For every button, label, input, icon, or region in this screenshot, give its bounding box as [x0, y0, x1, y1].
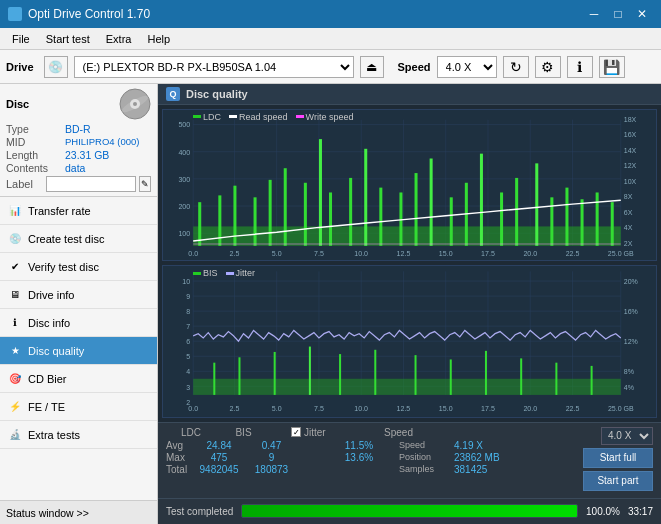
drive-label: Drive — [6, 61, 34, 73]
eject-button[interactable]: ⏏ — [360, 56, 384, 78]
svg-text:22.5: 22.5 — [566, 404, 580, 413]
content-icon: Q — [166, 87, 180, 101]
menu-file[interactable]: File — [4, 31, 38, 47]
sidebar: Disc Type BD-R MID PHILIPRO4 (000) Lengt… — [0, 84, 158, 524]
svg-text:3: 3 — [186, 382, 190, 391]
write-legend-dot — [296, 115, 304, 118]
total-ldc: 9482045 — [194, 464, 244, 475]
progress-bar-fill — [242, 505, 577, 517]
label-label: Label — [6, 178, 43, 190]
max-ldc: 475 — [194, 452, 244, 463]
bottom-chart-legend: BIS Jitter — [193, 268, 255, 278]
label-edit-button[interactable]: ✎ — [139, 176, 151, 192]
sidebar-item-disc-quality[interactable]: ★ Disc quality — [0, 337, 157, 365]
svg-text:6: 6 — [186, 337, 190, 346]
refresh-button[interactable]: ↻ — [503, 56, 529, 78]
sidebar-item-fe-te[interactable]: ⚡ FE / TE — [0, 393, 157, 421]
info-button[interactable]: ℹ — [567, 56, 593, 78]
verify-test-disc-icon: ✔ — [8, 260, 22, 274]
bis-legend-label: BIS — [203, 268, 218, 278]
top-chart-legend: LDC Read speed Write speed — [193, 112, 353, 122]
sidebar-item-label-drive-info: Drive info — [28, 289, 74, 301]
fe-te-icon: ⚡ — [8, 400, 22, 414]
sidebar-item-cd-bier[interactable]: 🎯 CD Bier — [0, 365, 157, 393]
ldc-header: LDC — [166, 427, 216, 438]
read-legend-dot — [229, 115, 237, 118]
svg-rect-41 — [515, 178, 518, 246]
svg-rect-45 — [581, 199, 584, 246]
bottom-chart: BIS Jitter — [162, 265, 657, 417]
svg-rect-98 — [339, 354, 341, 395]
svg-text:12%: 12% — [624, 337, 639, 346]
svg-rect-105 — [591, 366, 593, 395]
svg-rect-104 — [555, 363, 557, 395]
svg-text:300: 300 — [178, 176, 190, 183]
stats-table: LDC BIS ✓ Jitter Speed Avg 24.84 0.47 — [166, 427, 545, 475]
test-speed-select[interactable]: 4.0 X — [601, 427, 653, 445]
nav-items: 📊 Transfer rate 💿 Create test disc ✔ Ver… — [0, 197, 157, 500]
contents-value: data — [65, 162, 85, 174]
type-value: BD-R — [65, 123, 91, 135]
svg-rect-35 — [415, 173, 418, 246]
charts-container: LDC Read speed Write speed — [158, 105, 661, 422]
sidebar-item-disc-info[interactable]: ℹ Disc info — [0, 309, 157, 337]
svg-rect-32 — [364, 149, 367, 246]
samples-label: Samples — [399, 464, 454, 474]
svg-rect-21 — [193, 226, 621, 245]
svg-text:20%: 20% — [624, 277, 639, 286]
speed-select[interactable]: 4.0 X — [437, 56, 497, 78]
minimize-button[interactable]: ─ — [583, 4, 605, 24]
settings-button[interactable]: ⚙ — [535, 56, 561, 78]
samples-val: 381425 — [454, 464, 487, 475]
sidebar-item-create-test-disc[interactable]: 💿 Create test disc — [0, 225, 157, 253]
start-full-button[interactable]: Start full — [583, 448, 653, 468]
svg-text:15.0: 15.0 — [439, 404, 453, 413]
svg-text:0.0: 0.0 — [188, 404, 198, 413]
svg-rect-44 — [565, 187, 568, 245]
svg-rect-39 — [480, 153, 483, 245]
drive-icon-button[interactable]: 💿 — [44, 56, 68, 78]
drive-info-icon: 🖥 — [8, 288, 22, 302]
sidebar-item-label-verify-test-disc: Verify test disc — [28, 261, 99, 273]
sidebar-item-verify-test-disc[interactable]: ✔ Verify test disc — [0, 253, 157, 281]
sidebar-item-transfer-rate[interactable]: 📊 Transfer rate — [0, 197, 157, 225]
save-button[interactable]: 💾 — [599, 56, 625, 78]
svg-text:25.0 GB: 25.0 GB — [608, 404, 634, 413]
app-icon — [8, 7, 22, 21]
svg-rect-37 — [450, 197, 453, 246]
top-chart: LDC Read speed Write speed — [162, 109, 657, 261]
sidebar-item-extra-tests[interactable]: 🔬 Extra tests — [0, 421, 157, 449]
bis-header: BIS — [216, 427, 271, 438]
start-part-button[interactable]: Start part — [583, 471, 653, 491]
svg-rect-101 — [450, 360, 452, 395]
progress-time: 33:17 — [628, 506, 653, 517]
svg-text:200: 200 — [178, 203, 190, 210]
close-button[interactable]: ✕ — [631, 4, 653, 24]
svg-text:10X: 10X — [624, 178, 637, 185]
mid-value: PHILIPRO4 (000) — [65, 136, 139, 148]
sidebar-item-drive-info[interactable]: 🖥 Drive info — [0, 281, 157, 309]
menu-help[interactable]: Help — [139, 31, 178, 47]
content-header: Q Disc quality — [158, 84, 661, 105]
menu-extra[interactable]: Extra — [98, 31, 140, 47]
svg-rect-25 — [254, 197, 257, 246]
svg-text:4X: 4X — [624, 224, 633, 231]
speed-header: Speed — [371, 427, 426, 438]
svg-rect-26 — [269, 180, 272, 246]
spacer-header — [271, 427, 291, 438]
sidebar-item-label-transfer-rate: Transfer rate — [28, 205, 91, 217]
ldc-legend-label: LDC — [203, 112, 221, 122]
label-input[interactable] — [46, 176, 136, 192]
mid-label: MID — [6, 136, 61, 148]
drive-select[interactable]: (E:) PLEXTOR BD-R PX-LB950SA 1.04 — [74, 56, 354, 78]
jitter-checkbox[interactable]: ✓ — [291, 427, 301, 437]
progress-status-label: Test completed — [166, 506, 233, 517]
speed-label: Speed — [398, 61, 431, 73]
read-legend-label: Read speed — [239, 112, 288, 122]
svg-rect-43 — [550, 197, 553, 246]
menu-start-test[interactable]: Start test — [38, 31, 98, 47]
svg-text:0.0: 0.0 — [188, 249, 198, 256]
maximize-button[interactable]: □ — [607, 4, 629, 24]
svg-text:4: 4 — [186, 367, 190, 376]
status-window-button[interactable]: Status window >> — [0, 500, 157, 524]
